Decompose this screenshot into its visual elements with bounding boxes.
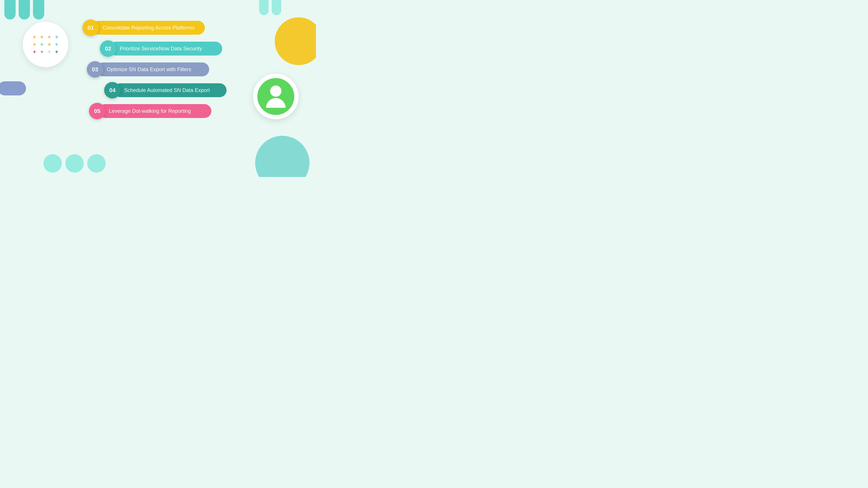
pill-3 [33, 0, 44, 20]
list-item-02: 02 Prioritize ServiceNow Data Security [100, 40, 226, 57]
badge-02: 02 [100, 40, 116, 57]
avatar-decoration [253, 74, 299, 119]
top-right-decoration [259, 0, 281, 15]
bottom-circle-1 [43, 154, 62, 173]
plus-icon: + [31, 34, 37, 40]
plus-grid-icon: + + + + + + + + + + + + [31, 34, 60, 55]
avatar-inner [257, 78, 294, 115]
plus-icon: + [46, 34, 52, 40]
avatar-body [266, 98, 286, 108]
bottom-right-circle-decoration [255, 136, 309, 177]
list-item-03: 03 Optimize SN Data Export with Filters [87, 61, 226, 78]
pill-label-05: Leverage Dot-walking for Reporting [98, 104, 211, 118]
badge-05: 05 [89, 103, 105, 119]
list-item-04: 04 Schedule Automated SN Data Export [104, 82, 226, 98]
badge-03: 03 [87, 61, 103, 78]
plus-icon: + [39, 49, 45, 55]
plus-icon: + [46, 41, 52, 47]
pill-2 [19, 0, 30, 20]
plus-icon: + [54, 41, 60, 47]
yellow-circle-decoration [275, 18, 316, 65]
plus-icon: + [46, 49, 52, 55]
plus-icon: + [39, 34, 45, 40]
plus-icon: + [39, 41, 45, 47]
badge-01: 01 [83, 20, 99, 36]
plus-icon: + [54, 34, 60, 40]
badge-04: 04 [104, 82, 121, 98]
bottom-circle-2 [65, 154, 84, 173]
pill-label-02: Prioritize ServiceNow Data Security [110, 42, 222, 56]
logo-circle: + + + + + + + + + + + + [23, 22, 68, 67]
pill-4 [259, 0, 269, 15]
avatar-head [270, 86, 281, 97]
plus-icon: + [31, 41, 37, 47]
pill-5 [272, 0, 281, 15]
pill-1 [4, 0, 16, 20]
list-item-05: 05 Leverage Dot-walking for Reporting [89, 103, 226, 119]
pill-label-03: Optimize SN Data Export with Filters [96, 62, 209, 76]
list-item-01: 01 Consolidate Reporting Across Platform… [83, 20, 226, 36]
top-left-decoration [4, 0, 44, 20]
blue-pill-decoration [0, 82, 26, 95]
pill-label-04: Schedule Automated SN Data Export [114, 83, 226, 97]
bottom-circle-3 [87, 154, 106, 173]
bottom-circles-decoration [43, 154, 106, 173]
plus-icon: + [31, 49, 37, 55]
plus-icon: + [54, 49, 60, 55]
main-list: 01 Consolidate Reporting Across Platform… [83, 20, 226, 119]
pill-label-01: Consolidate Reporting Across Platforms [92, 21, 205, 35]
